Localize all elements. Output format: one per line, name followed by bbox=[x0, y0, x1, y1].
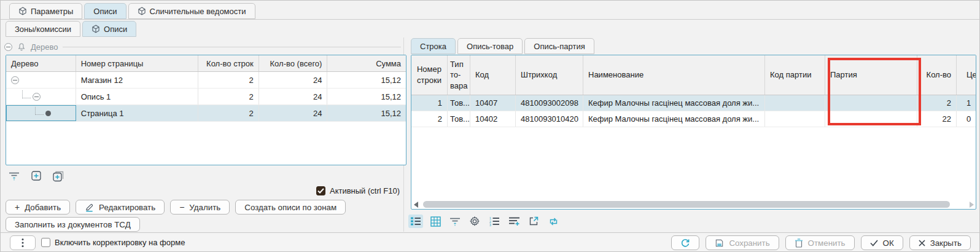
tree-button-row: + Добавить Редактировать − Удалить Созда… bbox=[6, 200, 346, 215]
tree-collapse-icon[interactable] bbox=[33, 93, 41, 101]
column-header[interactable]: Кол-во bbox=[917, 55, 957, 95]
bottom-bar: Включить корректировку на форме Сохранит… bbox=[1, 232, 980, 252]
detail-tab-bar: Строка Опись-товар Опись-партия bbox=[411, 38, 594, 54]
tab-opis-tovar[interactable]: Опись-товар bbox=[457, 38, 523, 54]
tab-label: Опись-товар bbox=[467, 42, 513, 51]
column-header[interactable]: Номер строки bbox=[411, 55, 448, 95]
column-header[interactable]: Це bbox=[957, 55, 976, 95]
tree-row-rows-count: 2 bbox=[198, 89, 259, 104]
tree-leaf-icon bbox=[45, 111, 51, 116]
tree-row-sum: 15,12 bbox=[327, 72, 406, 88]
tab-label: Зоны/комиссии bbox=[15, 25, 71, 34]
scroll-left-arrow[interactable] bbox=[414, 202, 418, 208]
bell-icon[interactable] bbox=[17, 42, 26, 52]
column-header[interactable]: Кол-во (всего) bbox=[259, 55, 328, 71]
tab-label: Опись-партия bbox=[534, 42, 585, 51]
tab-parametry[interactable]: Параметры bbox=[9, 3, 82, 19]
fill-from-tsd-button[interactable]: Заполнить из документов ТСД bbox=[6, 217, 140, 232]
column-header[interactable]: Код bbox=[470, 55, 516, 95]
open-external-icon[interactable] bbox=[526, 215, 541, 228]
form-correction-label[interactable]: Включить корректировку на форме bbox=[55, 238, 185, 247]
filter-icon[interactable] bbox=[7, 169, 21, 183]
scroll-right-arrow[interactable] bbox=[970, 202, 974, 208]
form-correction-checkbox-row: Включить корректировку на форме bbox=[41, 238, 185, 247]
cube-icon bbox=[18, 7, 27, 15]
pencil-icon bbox=[85, 203, 94, 212]
add-row-icon[interactable] bbox=[507, 215, 521, 228]
delete-button[interactable]: − Удалить bbox=[170, 200, 230, 215]
detail-row-2[interactable]: 2 Тов... 10402 4810093010420 Кефир Малоч… bbox=[411, 111, 976, 127]
save-icon bbox=[715, 238, 724, 248]
create-by-zones-button[interactable]: Создать описи по зонам bbox=[235, 200, 346, 215]
ok-button[interactable]: ОК bbox=[861, 235, 903, 250]
refresh-icon bbox=[680, 238, 690, 248]
svg-text:3: 3 bbox=[489, 223, 491, 226]
tree-toolbar bbox=[7, 169, 66, 183]
tree-row-sum: 15,12 bbox=[327, 105, 406, 121]
cancel-button[interactable]: Отменить bbox=[785, 235, 855, 250]
close-button[interactable]: Закрыть bbox=[909, 235, 971, 250]
repeat-icon[interactable] bbox=[546, 215, 561, 228]
column-header[interactable]: Дерево bbox=[6, 55, 76, 71]
tree-row-name: Опись 1 bbox=[76, 89, 198, 104]
tab-zony-komissii[interactable]: Зоны/комиссии bbox=[6, 21, 80, 37]
column-header[interactable]: Наименование bbox=[583, 55, 765, 95]
tab-label: Описи bbox=[93, 7, 117, 16]
app-window: Параметры Описи Сличительные ведомости З… bbox=[0, 0, 980, 252]
add-multiple-icon[interactable] bbox=[51, 169, 66, 183]
tree-button-row-2: Заполнить из документов ТСД bbox=[6, 217, 140, 232]
add-button[interactable]: + Добавить bbox=[6, 200, 70, 215]
tree-row-magazin[interactable]: Магазин 12 2 24 15,12 bbox=[6, 72, 406, 89]
minus-icon: − bbox=[179, 203, 184, 211]
tree-table: Дерево Номер страницы Кол-во строк Кол-в… bbox=[6, 55, 406, 165]
sub-tab-bar: Зоны/комиссии Описи bbox=[6, 21, 136, 37]
tree-table-header: Дерево Номер страницы Кол-во строк Кол-в… bbox=[6, 55, 406, 72]
tab-opis-partiya[interactable]: Опись-партия bbox=[524, 38, 594, 54]
more-options-button[interactable] bbox=[10, 235, 36, 250]
tree-row-total: 24 bbox=[259, 72, 328, 88]
filter-icon[interactable] bbox=[448, 215, 462, 228]
tree-connector bbox=[35, 107, 44, 115]
cube-icon bbox=[138, 7, 146, 15]
column-header[interactable]: Код партии bbox=[765, 55, 825, 95]
tab-opisi[interactable]: Описи bbox=[84, 3, 126, 19]
detail-row-1[interactable]: 1 Тов... 10407 4810093002098 Кефир Малоч… bbox=[411, 95, 976, 111]
tree-row-total: 24 bbox=[259, 89, 328, 104]
column-header[interactable]: Сумма bbox=[327, 55, 406, 71]
top-tab-bar: Параметры Описи Сличительные ведомости bbox=[9, 3, 255, 19]
column-header[interactable]: Тип то-вара bbox=[448, 55, 470, 95]
column-header[interactable]: Номер страницы bbox=[76, 55, 198, 71]
tree-row-sum: 15,12 bbox=[327, 89, 406, 104]
scrollbar-thumb[interactable] bbox=[423, 201, 950, 208]
tree-group-header: Дерево bbox=[4, 41, 401, 52]
numbered-list-icon[interactable]: 123 bbox=[487, 215, 502, 228]
column-header[interactable]: Штрихкод bbox=[516, 55, 583, 95]
grid-view-icon[interactable] bbox=[428, 215, 443, 228]
active-checkbox-label[interactable]: Активный (ctrl F10) bbox=[330, 186, 400, 195]
group-rule bbox=[63, 47, 401, 47]
collapse-group-icon[interactable] bbox=[4, 43, 12, 51]
tree-row-stranitsa[interactable]: Страница 1 2 24 15,12 bbox=[6, 105, 406, 122]
column-header-partiya[interactable]: Партия bbox=[825, 55, 917, 95]
tab-stroka[interactable]: Строка bbox=[411, 38, 456, 54]
list-view-icon[interactable] bbox=[408, 215, 423, 228]
add-item-icon[interactable] bbox=[29, 169, 44, 183]
tab-label: Сличительные ведомости bbox=[150, 7, 246, 16]
gear-icon[interactable] bbox=[467, 215, 482, 228]
tab-slichitelnye-vedomosti[interactable]: Сличительные ведомости bbox=[128, 3, 255, 19]
detail-table: Номер строки Тип то-вара Код Штрихкод На… bbox=[411, 55, 976, 210]
tree-row-name: Страница 1 bbox=[76, 105, 198, 121]
edit-button[interactable]: Редактировать bbox=[76, 200, 165, 215]
tab-opisi-sub[interactable]: Описи bbox=[82, 21, 136, 37]
form-correction-checkbox[interactable] bbox=[41, 238, 50, 247]
refresh-button[interactable] bbox=[671, 235, 699, 250]
tree-collapse-icon[interactable] bbox=[11, 76, 19, 84]
tree-row-rows-count: 2 bbox=[198, 105, 259, 121]
save-button[interactable]: Сохранить bbox=[706, 235, 779, 250]
horizontal-scrollbar[interactable] bbox=[412, 200, 975, 208]
active-checkbox[interactable] bbox=[316, 186, 325, 195]
tree-row-opis[interactable]: Опись 1 2 24 15,12 bbox=[6, 89, 406, 105]
plus-icon: + bbox=[15, 203, 20, 211]
column-header[interactable]: Кол-во строк bbox=[198, 55, 259, 71]
detail-table-header: Номер строки Тип то-вара Код Штрихкод На… bbox=[411, 55, 976, 95]
